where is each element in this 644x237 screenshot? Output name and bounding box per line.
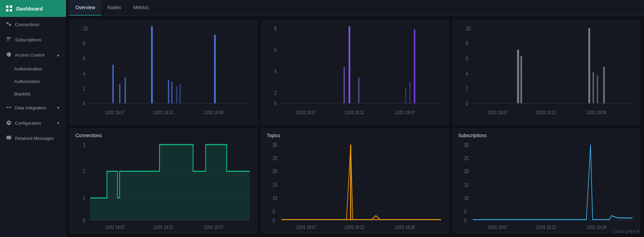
svg-rect-33 — [180, 84, 180, 103]
chevron-down-icon2: ▼ — [57, 121, 60, 125]
svg-rect-32 — [176, 86, 177, 103]
svg-text:15: 15 — [273, 182, 277, 188]
svg-point-10 — [6, 107, 8, 108]
sidebar-logo[interactable]: Dashboard — [0, 0, 66, 17]
svg-text:1: 1 — [83, 195, 85, 201]
svg-rect-74 — [603, 67, 605, 103]
svg-text:4: 4 — [83, 70, 85, 77]
grid-icon — [5, 5, 13, 12]
chart-topics-area: 30 25 20 15 10 5 0 — [267, 140, 443, 229]
svg-text:25: 25 — [464, 155, 469, 161]
svg-rect-0 — [6, 5, 8, 8]
svg-rect-52 — [405, 88, 406, 103]
chart-top-left-area: 10 8 6 4 2 0 — [75, 24, 252, 121]
svg-rect-8 — [7, 39, 10, 40]
authorization-label: Authorization — [14, 79, 40, 84]
configuration-label: Configuration — [15, 121, 41, 126]
authentication-label: Authentication — [14, 66, 42, 71]
message-icon — [6, 135, 12, 142]
svg-text:12/01 19:22: 12/01 19:22 — [153, 109, 173, 115]
svg-text:2: 2 — [466, 86, 468, 92]
svg-rect-3 — [10, 9, 12, 12]
svg-rect-13 — [6, 136, 11, 139]
svg-text:12/01 19:37: 12/01 19:37 — [395, 109, 415, 115]
chart-top-mid-area: 8 6 4 2 0 — [267, 24, 443, 121]
chart-subscriptions-area: 30 25 20 15 10 5 0 12/01 19:07 — [458, 140, 635, 229]
chart-connections-title: Connections — [75, 133, 252, 138]
svg-rect-69 — [517, 50, 519, 103]
svg-text:0: 0 — [274, 101, 277, 107]
svg-rect-5 — [9, 24, 11, 26]
svg-text:20: 20 — [273, 168, 277, 174]
svg-text:6: 6 — [83, 56, 85, 62]
svg-text:10: 10 — [83, 26, 88, 32]
svg-text:2: 2 — [83, 168, 85, 174]
sidebar-item-subscriptions[interactable]: Subscriptions — [0, 32, 66, 47]
access-control-label: Access Control — [15, 52, 44, 58]
sidebar-item-blacklist[interactable]: Blacklist — [0, 88, 66, 100]
connection-icon — [6, 21, 12, 28]
svg-text:12/01 19:22: 12/01 19:22 — [153, 224, 173, 229]
svg-marker-86 — [90, 145, 250, 220]
integration-icon — [6, 105, 12, 111]
sidebar-item-authentication[interactable]: Authentication — [0, 63, 66, 75]
svg-text:10: 10 — [273, 195, 277, 201]
svg-text:12/01 19:38: 12/01 19:38 — [586, 109, 606, 115]
svg-text:8: 8 — [466, 41, 468, 47]
chart-bot-left: Connections 3 2 1 0 12/01 19:07 — [70, 128, 258, 234]
sidebar-item-authorization[interactable]: Authorization — [0, 75, 66, 88]
retained-messages-label: Retained Messages — [15, 136, 54, 141]
svg-text:12/01 19:07: 12/01 19:07 — [488, 109, 508, 115]
chevron-down-icon: ▼ — [57, 106, 60, 110]
svg-text:0: 0 — [464, 217, 466, 223]
svg-text:4: 4 — [274, 68, 277, 74]
svg-text:12/01 19:07: 12/01 19:07 — [105, 109, 125, 115]
sidebar-item-access-control[interactable]: Access Control ▲ — [0, 47, 66, 63]
svg-text:5: 5 — [273, 208, 275, 214]
svg-rect-9 — [7, 40, 9, 41]
svg-text:2: 2 — [274, 90, 277, 96]
tab-nodes[interactable]: Nodes — [101, 0, 127, 16]
sidebar-item-connections[interactable]: Connections — [0, 17, 66, 32]
tabs-bar: Overview Nodes Metrics — [66, 0, 644, 16]
chart-topics-title: Topics — [267, 133, 443, 138]
svg-text:12/01 19:22: 12/01 19:22 — [536, 109, 556, 115]
chart-top-left: 10 8 6 4 2 0 — [70, 20, 258, 125]
svg-text:0: 0 — [83, 101, 85, 107]
svg-text:25: 25 — [273, 155, 277, 161]
svg-text:12/01 19:22: 12/01 19:22 — [345, 224, 364, 229]
svg-text:30: 30 — [273, 142, 277, 148]
svg-text:0: 0 — [83, 217, 85, 223]
svg-rect-7 — [7, 37, 11, 38]
tab-metrics[interactable]: Metrics — [127, 0, 155, 16]
svg-rect-48 — [349, 26, 350, 103]
chart-top-mid: 8 6 4 2 0 — [261, 20, 449, 125]
svg-text:12/01 19:22: 12/01 19:22 — [536, 224, 556, 229]
chart-connections-area: 3 2 1 0 12/01 19:07 12/01 19:22 12/01 19… — [75, 140, 252, 229]
svg-text:12/01 19:07: 12/01 19:07 — [105, 224, 125, 229]
sidebar-item-configuration[interactable]: Configuration ▼ — [0, 115, 66, 131]
sidebar-item-data-integration[interactable]: Data Integration ▼ — [0, 100, 66, 115]
svg-line-6 — [7, 24, 10, 24]
svg-point-11 — [10, 107, 11, 108]
svg-text:20: 20 — [464, 168, 469, 174]
svg-text:12/01 19:07: 12/01 19:07 — [296, 224, 316, 229]
svg-rect-71 — [588, 28, 590, 103]
svg-rect-31 — [171, 82, 173, 103]
svg-rect-73 — [597, 76, 598, 103]
svg-rect-2 — [6, 9, 8, 12]
connections-label: Connections — [15, 22, 39, 27]
tab-overview[interactable]: Overview — [69, 0, 101, 16]
svg-text:4: 4 — [466, 70, 468, 77]
svg-text:12/01 19:38: 12/01 19:38 — [204, 109, 224, 115]
svg-rect-49 — [343, 67, 345, 103]
svg-text:12/01 19:07: 12/01 19:07 — [488, 224, 508, 229]
sidebar-item-retained-messages[interactable]: Retained Messages — [0, 131, 66, 146]
watermark: CSDN @华大哥 — [614, 229, 640, 234]
svg-rect-72 — [593, 72, 594, 103]
svg-text:12/01 19:38: 12/01 19:38 — [586, 224, 606, 229]
svg-rect-28 — [125, 78, 126, 103]
svg-rect-51 — [414, 29, 416, 103]
svg-text:8: 8 — [83, 41, 85, 47]
shield-icon — [6, 52, 12, 58]
